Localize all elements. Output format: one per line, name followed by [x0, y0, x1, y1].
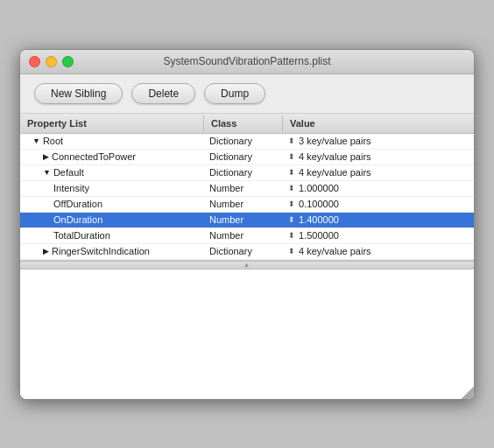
new-sibling-button[interactable]: New Sibling: [34, 83, 123, 104]
close-button[interactable]: [29, 56, 40, 67]
cell-value: ⬍0.100000: [283, 197, 474, 212]
table-row[interactable]: ▼Root Dictionary ⬍3 key/value pairs: [20, 134, 474, 150]
cell-value: ⬍3 key/value pairs: [283, 134, 474, 149]
expand-icon: ▶: [43, 247, 49, 256]
dump-button[interactable]: Dump: [204, 83, 265, 104]
cell-value: ⬍4 key/value pairs: [283, 165, 474, 180]
cell-class: Dictionary: [204, 165, 283, 180]
table-row-selected[interactable]: OnDuration Number ⬍1.400000: [20, 213, 474, 228]
split-handle-dots: ▲: [243, 261, 251, 269]
stepper-icon: ⬍: [288, 200, 295, 208]
cell-name: ▼Root: [20, 134, 204, 149]
cell-class: Dictionary: [204, 134, 283, 149]
cell-name: TotalDuration: [20, 228, 204, 243]
expand-icon: ▶: [43, 152, 49, 161]
traffic-lights: [29, 56, 74, 67]
stepper-icon: ⬍: [288, 231, 295, 240]
resize-handle[interactable]: [462, 387, 474, 399]
table-row[interactable]: ▼Default Dictionary ⬍4 key/value pairs: [20, 165, 474, 181]
table-body: ▼Root Dictionary ⬍3 key/value pairs ▶Con…: [20, 134, 474, 260]
table-row[interactable]: ▶ConnectedToPower Dictionary ⬍4 key/valu…: [20, 150, 474, 165]
cell-class: Dictionary: [204, 150, 283, 164]
stepper-icon: ⬍: [288, 136, 295, 145]
cell-value: ⬍1.400000: [283, 213, 474, 228]
split-handle[interactable]: ▲: [20, 261, 474, 270]
stepper-icon: ⬍: [288, 184, 295, 192]
col-header-class: Class: [204, 116, 283, 131]
bottom-pane: [20, 270, 474, 399]
cell-class: Number: [204, 197, 283, 212]
cell-name: ▶RingerSwitchIndication: [20, 244, 204, 259]
toolbar: New Sibling Delete Dump: [20, 74, 474, 114]
window-title: SystemSoundVibrationPatterns.plist: [163, 55, 330, 67]
cell-name: Intensity: [20, 181, 204, 196]
table-header: Property List Class Value: [20, 114, 474, 134]
cell-name: OnDuration: [20, 213, 204, 228]
table-row[interactable]: ▶RingerSwitchIndication Dictionary ⬍4 ke…: [20, 244, 474, 260]
cell-name: OffDuration: [20, 197, 204, 212]
property-list-table: Property List Class Value ▼Root Dictiona…: [20, 114, 474, 261]
delete-button[interactable]: Delete: [131, 83, 195, 104]
table-row[interactable]: Intensity Number ⬍1.000000: [20, 181, 474, 197]
cell-name: ▼Default: [20, 165, 204, 180]
cell-value: ⬍1.000000: [283, 181, 474, 196]
title-bar: SystemSoundVibrationPatterns.plist: [20, 50, 474, 74]
stepper-icon: ⬍: [288, 168, 295, 177]
col-header-value: Value: [283, 116, 474, 131]
col-header-property: Property List: [20, 116, 204, 131]
cell-value: ⬍1.500000: [283, 228, 474, 243]
cell-value: ⬍4 key/value pairs: [283, 150, 474, 164]
cell-class: Number: [204, 181, 283, 196]
cell-class: Number: [204, 228, 283, 243]
cell-name: ▶ConnectedToPower: [20, 150, 204, 164]
cell-value: ⬍4 key/value pairs: [283, 244, 474, 259]
table-row[interactable]: TotalDuration Number ⬍1.500000: [20, 228, 474, 244]
collapse-icon: ▼: [43, 168, 51, 177]
cell-class: Dictionary: [204, 244, 283, 259]
minimize-button[interactable]: [46, 56, 57, 67]
cell-class: Number: [204, 213, 283, 228]
main-window: SystemSoundVibrationPatterns.plist New S…: [19, 49, 475, 400]
stepper-icon: ⬍: [288, 215, 295, 224]
stepper-icon: ⬍: [288, 247, 295, 256]
stepper-icon: ⬍: [288, 152, 295, 161]
collapse-icon: ▼: [32, 136, 40, 145]
maximize-button[interactable]: [62, 56, 74, 67]
table-row[interactable]: OffDuration Number ⬍0.100000: [20, 197, 474, 213]
